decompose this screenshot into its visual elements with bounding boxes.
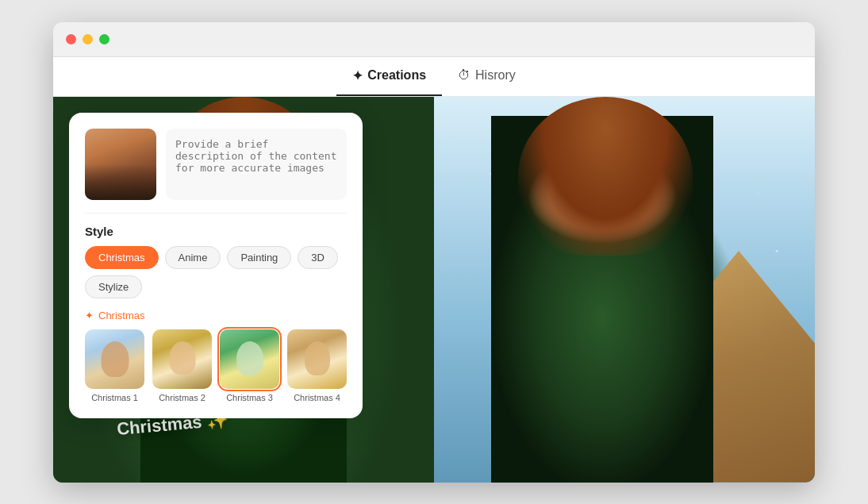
style-item-label-1: Christmas 1 [85, 393, 144, 402]
minimize-button[interactable] [83, 34, 93, 44]
close-button[interactable] [66, 34, 76, 44]
style-grid: Christmas 1 Christmas 2 Christmas 3 Chri… [85, 329, 347, 402]
style-tag-painting[interactable]: Painting [227, 246, 291, 269]
avatar-upload[interactable] [85, 129, 156, 200]
style-tag-stylize[interactable]: Stylize [85, 275, 142, 298]
settings-panel: Style Christmas Anime Painting 3D Styliz… [69, 113, 363, 418]
tab-history[interactable]: ⏱ Hisrory [442, 57, 532, 96]
style-item-label-2: Christmas 2 [152, 393, 212, 402]
style-thumb-1 [85, 329, 144, 389]
style-label: Style [85, 225, 347, 238]
creations-icon: ✦ [352, 68, 363, 83]
christmas-section-text: Christmas [98, 310, 145, 321]
style-thumb-3 [220, 329, 279, 389]
style-item-2[interactable]: Christmas 2 [152, 329, 212, 402]
browser-window: ✦ Creations ⏱ Hisrory Christmas ✨ [53, 22, 815, 483]
photo-right [434, 97, 815, 483]
style-item-1[interactable]: Christmas 1 [85, 329, 144, 402]
tab-history-label: Hisrory [475, 68, 516, 83]
traffic-lights [66, 34, 109, 44]
style-item-label-3: Christmas 3 [220, 393, 279, 402]
divider [85, 213, 347, 214]
style-tag-anime[interactable]: Anime [165, 246, 221, 269]
description-input[interactable] [166, 129, 347, 200]
christmas-section-label: Christmas [85, 310, 347, 321]
style-item-4[interactable]: Christmas 4 [287, 329, 347, 402]
tab-bar: ✦ Creations ⏱ Hisrory [53, 57, 815, 97]
tab-creations-label: Creations [367, 68, 426, 83]
main-content: Christmas ✨ Style Christmas [53, 97, 815, 483]
maximize-button[interactable] [99, 34, 109, 44]
style-item-label-4: Christmas 4 [287, 393, 347, 402]
style-thumb-4 [287, 329, 347, 389]
title-bar [53, 22, 815, 57]
style-item-3[interactable]: Christmas 3 [220, 329, 279, 402]
style-tags: Christmas Anime Painting 3D Stylize [85, 246, 347, 298]
history-icon: ⏱ [458, 68, 470, 83]
hair-right [518, 97, 693, 256]
tab-creations[interactable]: ✦ Creations [336, 57, 442, 96]
style-thumb-2 [152, 329, 212, 389]
panel-top [85, 129, 347, 200]
style-tag-3d[interactable]: 3D [298, 246, 338, 269]
style-tag-christmas[interactable]: Christmas [85, 246, 159, 269]
